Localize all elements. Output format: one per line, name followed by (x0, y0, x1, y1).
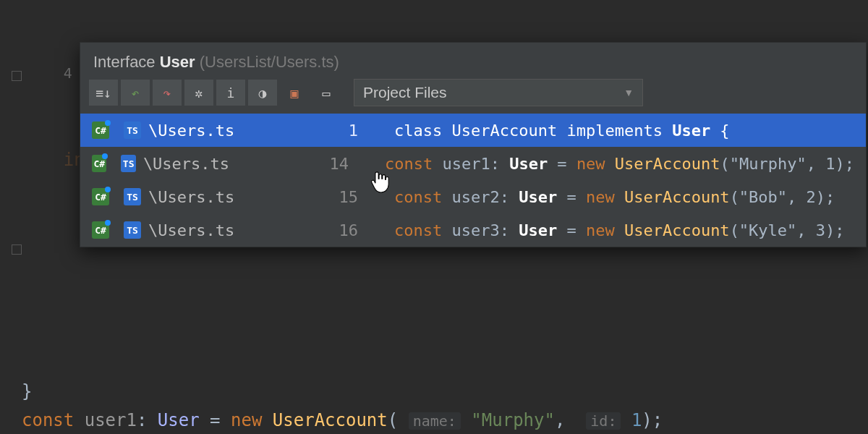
file-path: \Users.ts (143, 155, 317, 173)
usage-result-row[interactable]: C# TS \Users.ts 15 const user2: User = n… (80, 180, 866, 213)
settings-icon[interactable]: ≡↓ (89, 80, 118, 106)
typescript-file-icon: TS (121, 155, 135, 172)
fold-marker-icon[interactable] (12, 244, 22, 255)
prev-occurrence-icon[interactable]: ↶ (121, 80, 150, 106)
usage-result-row[interactable]: C# TS \Users.ts 1 class UserAccount impl… (80, 114, 866, 147)
usage-result-row[interactable]: C# TS \Users.ts 14 const user1: User = n… (80, 147, 866, 180)
pin-icon[interactable]: ▣ (280, 80, 309, 106)
csharp-file-icon: C# (92, 155, 106, 172)
usage-result-row[interactable]: C# TS \Users.ts 16 const user3: User = n… (80, 213, 866, 247)
line-number: 14 (324, 155, 349, 173)
csharp-file-icon: C# (92, 188, 109, 205)
code-snippet: const user2: User = new UserAccount("Bob… (394, 188, 835, 206)
typescript-file-icon: TS (124, 122, 141, 139)
typescript-file-icon: TS (124, 188, 141, 205)
line-number: 15 (329, 188, 358, 206)
group-by-icon[interactable]: ✲ (184, 80, 213, 106)
results-list: C# TS \Users.ts 1 class UserAccount impl… (80, 114, 866, 247)
code-snippet: const user1: User = new UserAccount("Mur… (385, 155, 854, 173)
code-line: const user1: User = new UserAccount( nam… (22, 406, 868, 434)
file-path: \Users.ts (148, 122, 322, 140)
open-in-toolwindow-icon[interactable]: ▭ (312, 80, 341, 106)
popup-title: Interface User (UsersList/Users.ts) (80, 43, 866, 79)
csharp-file-icon: C# (92, 122, 109, 139)
scope-dropdown[interactable]: Project Files ▼ (354, 79, 643, 106)
code-snippet: class UserAccount implements User { (394, 122, 730, 140)
filter-icon[interactable]: ◑ (248, 80, 277, 106)
info-icon[interactable]: i (216, 80, 245, 106)
next-occurrence-icon[interactable]: ↷ (153, 80, 182, 106)
typescript-file-icon: TS (124, 221, 141, 239)
scope-label: Project Files (363, 84, 447, 101)
code-snippet: const user3: User = new UserAccount("Kyl… (394, 221, 845, 239)
line-number: 16 (329, 221, 358, 239)
file-path: \Users.ts (148, 221, 322, 239)
csharp-file-icon: C# (92, 221, 109, 239)
file-path: \Users.ts (148, 188, 322, 206)
chevron-down-icon: ▼ (624, 87, 634, 98)
fold-marker-icon[interactable] (12, 71, 22, 81)
brace: } (22, 381, 32, 401)
line-number: 1 (329, 122, 358, 140)
popup-toolbar: ≡↓ ↶ ↷ ✲ i ◑ ▣ ▭ Project Files ▼ (80, 79, 866, 114)
find-usages-popup: Interface User (UsersList/Users.ts) ≡↓ ↶… (80, 42, 867, 247)
